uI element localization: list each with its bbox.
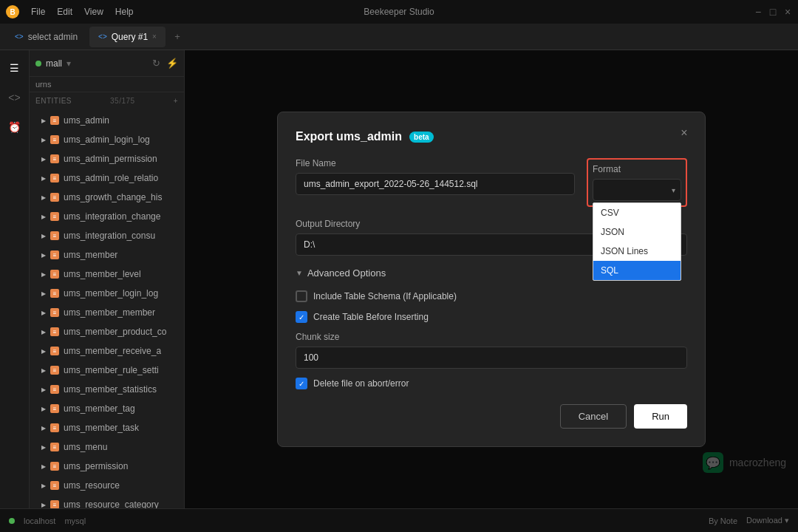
app-title: Beekeeper Studio bbox=[364, 7, 434, 17]
expand-icon: ▶ bbox=[41, 425, 46, 432]
dropdown-item-json[interactable]: JSON bbox=[593, 222, 681, 242]
table-icon: ≡ bbox=[50, 327, 59, 336]
table-icon: ≡ bbox=[50, 154, 59, 163]
entity-sidebar: mall ▾ ↻ ⚡ urns ENTITIES 35/175 + ▶ ≡ um… bbox=[30, 50, 185, 508]
entity-name: ums_menu bbox=[64, 442, 107, 452]
chunk-size-group: Chunk size bbox=[296, 332, 687, 378]
table-icon: ≡ bbox=[50, 385, 59, 394]
delete-file-checkbox-row[interactable]: Delete file on abort/error bbox=[296, 378, 687, 389]
by-note-action[interactable]: By Note bbox=[709, 516, 737, 525]
entity-name: ums_member_rule_setti bbox=[64, 365, 159, 375]
tab-icon: <> bbox=[15, 33, 24, 41]
tab-select-admin[interactable]: <> select admin bbox=[6, 27, 86, 47]
menu-edit[interactable]: Edit bbox=[57, 7, 72, 17]
dropdown-item-sql[interactable]: SQL bbox=[593, 261, 681, 280]
format-group: Format ▾ CSV JSON JSON Lines bbox=[587, 158, 687, 207]
tab-label: Query #1 bbox=[112, 32, 148, 42]
file-name-group: File Name bbox=[296, 158, 575, 195]
list-item[interactable]: ▶ ≡ ums_member_rule_setti bbox=[30, 361, 184, 380]
expand-icon: ▶ bbox=[41, 194, 46, 201]
tab-add-button[interactable]: + bbox=[168, 28, 186, 46]
table-icon: ≡ bbox=[50, 212, 59, 221]
list-item[interactable]: ▶ ≡ ums_member_task bbox=[30, 418, 184, 437]
list-item[interactable]: ▶ ≡ ums_menu bbox=[30, 437, 184, 457]
list-item[interactable]: ▶ ≡ ums_member_member bbox=[30, 303, 184, 322]
table-icon: ≡ bbox=[50, 423, 59, 432]
sidebar-header: mall ▾ ↻ ⚡ bbox=[30, 50, 184, 77]
menu-help[interactable]: Help bbox=[115, 7, 134, 17]
table-icon: ≡ bbox=[50, 231, 59, 240]
list-item[interactable]: ▶ ≡ ums_admin_login_log bbox=[30, 130, 184, 149]
list-item[interactable]: ▶ ≡ ums_admin_permission bbox=[30, 149, 184, 168]
expand-icon: ▶ bbox=[41, 444, 46, 451]
file-name-input[interactable] bbox=[296, 173, 575, 195]
list-item[interactable]: ▶ ≡ ums_member_level bbox=[30, 265, 184, 284]
titlebar-menu: File Edit View Help bbox=[31, 7, 134, 17]
sidebar-icon-clock[interactable]: ⏰ bbox=[3, 115, 27, 139]
sidebar-refresh-icon[interactable]: ↻ bbox=[152, 58, 160, 69]
delete-file-checkbox[interactable] bbox=[296, 378, 307, 389]
list-item[interactable]: ▶ ≡ ums_integration_consu bbox=[30, 226, 184, 245]
entity-name: ums_resource bbox=[64, 480, 120, 491]
bottombar: localhost mysql By Note Download ▾ bbox=[0, 508, 798, 532]
db-dropdown-icon[interactable]: ▾ bbox=[66, 58, 71, 69]
list-item[interactable]: ▶ ≡ ums_admin bbox=[30, 111, 184, 130]
create-table-checkbox[interactable] bbox=[296, 311, 307, 323]
main-layout: ☰ <> ⏰ mall ▾ ↻ ⚡ urns ENTITIES 35/175 + bbox=[0, 50, 798, 508]
sidebar-icon-back[interactable]: <> bbox=[3, 86, 27, 109]
list-item[interactable]: ▶ ≡ ums_member_product_co bbox=[30, 322, 184, 341]
dropdown-item-csv[interactable]: CSV bbox=[593, 203, 681, 222]
expand-icon: ▶ bbox=[41, 463, 46, 470]
create-table-checkbox-row[interactable]: Create Table Before Inserting bbox=[296, 311, 687, 323]
sidebar-filter-icon[interactable]: ⚡ bbox=[166, 58, 178, 69]
expand-icon: ▶ bbox=[41, 386, 46, 393]
format-select[interactable] bbox=[593, 179, 681, 201]
tab-close-icon[interactable]: × bbox=[152, 33, 157, 41]
menu-file[interactable]: File bbox=[31, 7, 45, 17]
download-action[interactable]: Download ▾ bbox=[746, 516, 789, 525]
tab-query1[interactable]: <> Query #1 × bbox=[89, 27, 166, 47]
db-status-dot bbox=[35, 61, 41, 66]
list-item[interactable]: ▶ ≡ ums_member bbox=[30, 245, 184, 265]
run-button[interactable]: Run bbox=[634, 404, 687, 429]
sidebar-icon-menu[interactable]: ☰ bbox=[3, 56, 27, 80]
table-icon: ≡ bbox=[50, 462, 59, 471]
close-button[interactable]: × bbox=[783, 7, 792, 16]
maximize-button[interactable]: □ bbox=[768, 7, 777, 16]
add-entity-icon[interactable]: + bbox=[174, 97, 178, 105]
sidebar-actions: ↻ ⚡ bbox=[152, 58, 178, 69]
entity-name: ums_member_login_log bbox=[64, 288, 158, 299]
expand-icon: ▶ bbox=[41, 233, 46, 239]
table-icon: ≡ bbox=[50, 308, 59, 317]
dialog-close-button[interactable]: × bbox=[675, 124, 693, 142]
dropdown-item-jsonlines[interactable]: JSON Lines bbox=[593, 242, 681, 261]
table-icon: ≡ bbox=[50, 250, 59, 259]
minimize-button[interactable]: − bbox=[754, 7, 763, 16]
list-item[interactable]: ▶ ≡ ums_integration_change bbox=[30, 207, 184, 226]
list-item[interactable]: ▶ ≡ ums_resource bbox=[30, 476, 184, 495]
list-item[interactable]: ▶ ≡ ums_admin_role_relatio bbox=[30, 168, 184, 188]
list-item[interactable]: ▶ ≡ ums_member_login_log bbox=[30, 284, 184, 303]
bottombar-left: localhost mysql bbox=[9, 516, 86, 525]
list-item[interactable]: ▶ ≡ ums_member_receive_a bbox=[30, 341, 184, 361]
expand-icon: ▶ bbox=[41, 137, 46, 143]
list-item[interactable]: ▶ ≡ ums_permission bbox=[30, 457, 184, 476]
table-icon: ≡ bbox=[50, 270, 59, 279]
file-name-label: File Name bbox=[296, 158, 575, 168]
table-icon: ≡ bbox=[50, 500, 59, 508]
list-item[interactable]: ▶ ≡ ums_member_statistics bbox=[30, 380, 184, 399]
include-schema-checkbox[interactable] bbox=[296, 290, 307, 302]
cancel-button[interactable]: Cancel bbox=[560, 404, 627, 429]
chunk-size-input[interactable] bbox=[296, 347, 687, 369]
titlebar: B File Edit View Help Beekeeper Studio −… bbox=[0, 0, 798, 24]
format-select-wrapper: ▾ CSV JSON JSON Lines SQL bbox=[593, 179, 681, 201]
entity-name: ums_growth_change_his bbox=[64, 192, 162, 202]
advanced-options-label: Advanced Options bbox=[307, 267, 386, 279]
list-item[interactable]: ▶ ≡ ums_resource_category bbox=[30, 495, 184, 508]
list-item[interactable]: ▶ ≡ ums_member_tag bbox=[30, 399, 184, 418]
include-schema-checkbox-row[interactable]: Include Table Schema (If Applicable) bbox=[296, 290, 687, 302]
delete-file-label: Delete file on abort/error bbox=[313, 378, 409, 389]
menu-view[interactable]: View bbox=[84, 7, 103, 17]
icon-sidebar: ☰ <> ⏰ bbox=[0, 50, 30, 508]
list-item[interactable]: ▶ ≡ ums_growth_change_his bbox=[30, 188, 184, 207]
